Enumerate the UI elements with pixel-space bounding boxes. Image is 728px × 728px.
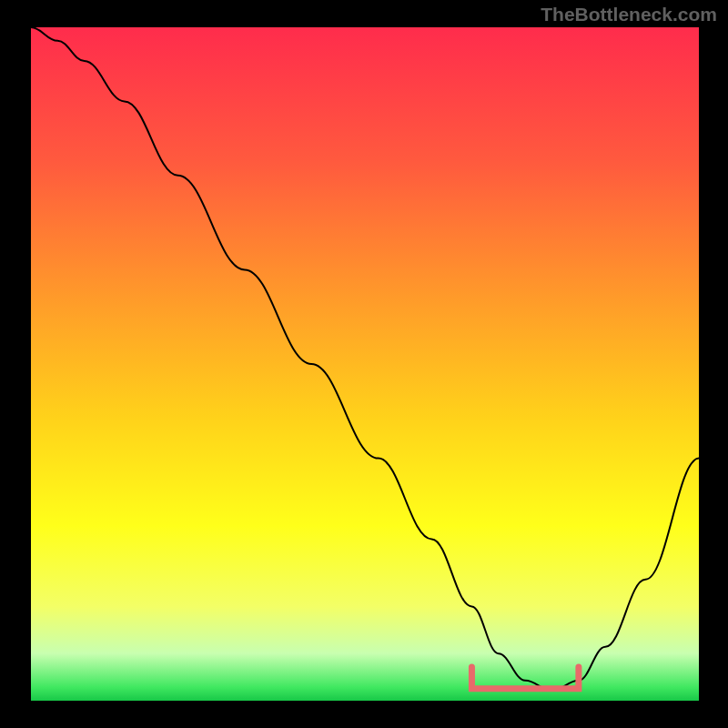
chart-plot-area	[31, 27, 699, 701]
attribution-text: TheBottleneck.com	[541, 4, 717, 25]
gradient-background	[31, 27, 699, 701]
chart-svg	[31, 27, 699, 701]
